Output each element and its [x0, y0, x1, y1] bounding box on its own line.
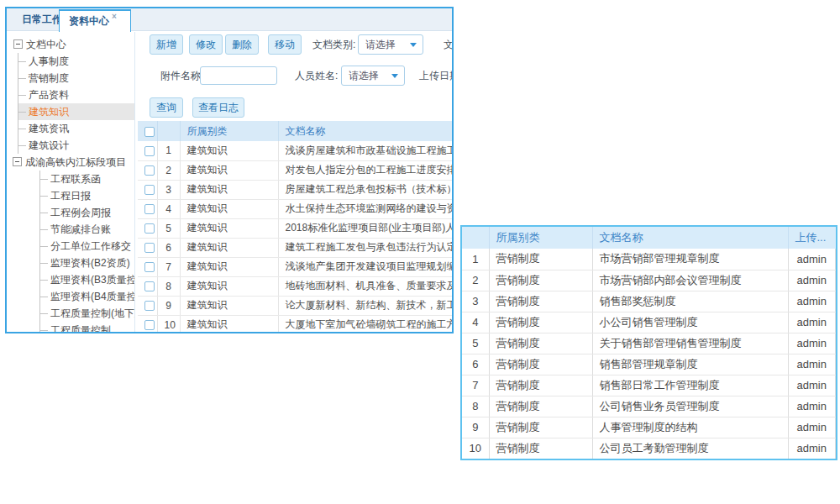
row-checkbox[interactable]: [144, 146, 155, 156]
row-index: 1: [157, 141, 180, 160]
column-header-name: 文档名称: [278, 121, 454, 141]
tree-node[interactable]: 产品资料: [18, 87, 134, 103]
document-row[interactable]: 10 建筑知识 大厦地下室加气砼墙砌筑工程的施工方...: [138, 315, 454, 333]
row-index: 8: [157, 276, 180, 296]
tree-node[interactable]: 监理资料(B3质量控制): [40, 271, 134, 288]
attachment-name-input[interactable]: [200, 66, 277, 85]
add-button[interactable]: 新增: [150, 34, 183, 55]
delete-button[interactable]: 删除: [225, 34, 259, 55]
row-checkbox[interactable]: [144, 281, 155, 291]
row-index: 5: [462, 333, 489, 354]
row-category: 建筑知识: [180, 141, 278, 160]
document-row[interactable]: 7 营销制度 销售部日常工作管理制度 admin: [462, 375, 836, 396]
row-checkbox[interactable]: [144, 301, 155, 311]
doc-type-label: 文档类别:: [312, 34, 355, 55]
column-header-index: [157, 121, 180, 141]
row-category: 营销制度: [489, 291, 592, 312]
tab-bar: 日常工作 资料中心×: [7, 8, 452, 31]
document-row[interactable]: 9 建筑知识 论大厦新材料、新结构、新技术，新工...: [138, 296, 454, 315]
column-header-uploader: 上传...: [788, 227, 836, 249]
document-row[interactable]: 10 营销制度 公司员工考勤管理制度 admin: [462, 438, 836, 459]
tree-node[interactable]: 人事制度: [18, 53, 134, 70]
select-all-checkbox[interactable]: [144, 127, 155, 137]
row-category: 建筑知识: [180, 180, 278, 199]
tree-node-label: 监理资料(B2资质): [50, 257, 130, 269]
person-name-label: 人员姓名:: [295, 66, 338, 86]
tree-node-label: 工程质量控制: [50, 324, 111, 332]
row-index: 2: [462, 270, 489, 291]
row-checkbox[interactable]: [144, 243, 155, 253]
row-index: 6: [462, 354, 489, 375]
row-index: 4: [157, 199, 180, 218]
doc-type-select[interactable]: 请选择: [358, 34, 423, 55]
documents-table: 所属别类 文档名称 1 建筑知识 浅谈房屋建筑和市政基础设施工程施工...: [138, 121, 454, 333]
document-row[interactable]: 2 建筑知识 对发包人指定分包的工程施工进度安排...: [138, 160, 454, 180]
row-category: 营销制度: [489, 312, 592, 333]
row-uploader: admin: [788, 270, 836, 291]
tree-node[interactable]: 工程日报: [40, 187, 134, 204]
tree-node[interactable]: 工程质量控制: [40, 322, 134, 332]
tree-node[interactable]: 监理资料(B4质量控制): [40, 288, 134, 305]
tree-node-label: 建筑知识: [29, 106, 69, 118]
collapse-icon[interactable]: [13, 39, 23, 49]
doc-name-label: 文档名称:: [444, 34, 454, 55]
document-row[interactable]: 9 营销制度 人事管理制度的结构 admin: [462, 417, 836, 438]
row-checkbox[interactable]: [144, 223, 155, 234]
row-checkbox[interactable]: [144, 204, 155, 214]
row-uploader: admin: [788, 417, 836, 438]
tree-node[interactable]: 工程例会周报: [40, 204, 134, 221]
tree-node-label: 工程日报: [50, 190, 91, 202]
document-row[interactable]: 8 营销制度 公司销售业务员管理制度 admin: [462, 396, 836, 417]
row-checkbox[interactable]: [144, 262, 155, 272]
row-checkbox[interactable]: [144, 165, 155, 176]
column-header-index: [462, 227, 489, 249]
document-row[interactable]: 1 营销制度 市场营销部管理规章制度 admin: [462, 249, 836, 270]
row-document-name: 大厦地下室加气砼墙砌筑工程的施工方...: [278, 315, 454, 333]
row-category: 营销制度: [489, 333, 592, 354]
query-button[interactable]: 查询: [150, 97, 183, 118]
edit-button[interactable]: 修改: [189, 34, 223, 55]
document-row[interactable]: 8 建筑知识 地砖地面材料、机具准备、质量要求及...: [138, 276, 454, 296]
tab-data-center[interactable]: 资料中心×: [59, 9, 131, 32]
tree-node[interactable]: 节能减排台账: [40, 221, 134, 238]
document-row[interactable]: 3 营销制度 销售部奖惩制度 admin: [462, 291, 836, 312]
document-row[interactable]: 6 建筑知识 建筑工程施工发包与承包违法行为认定...: [138, 238, 454, 257]
document-row[interactable]: 3 建筑知识 房屋建筑工程总承包投标书（技术标）...: [138, 180, 454, 199]
person-select[interactable]: 请选择: [341, 66, 405, 86]
tree-node[interactable]: 工程联系函: [40, 171, 134, 187]
document-row[interactable]: 1 建筑知识 浅谈房屋建筑和市政基础设施工程施工...: [138, 141, 454, 160]
row-document-name: 浅谈房屋建筑和市政基础设施工程施工...: [278, 141, 454, 160]
tree-node[interactable]: 分工单位工作移交: [40, 238, 134, 255]
tree-level-1: 人事制度 营销制度 产品资料 建筑知识 建筑资讯 建筑设计: [18, 53, 134, 154]
collapse-icon[interactable]: [13, 157, 22, 166]
row-index: 2: [157, 160, 180, 180]
document-row[interactable]: 4 建筑知识 水土保持生态环境监测网络的建设与资...: [138, 199, 454, 218]
tree-node[interactable]: 监理资料(B2资质): [40, 255, 134, 271]
move-button[interactable]: 移动: [268, 34, 302, 55]
row-category: 建筑知识: [180, 160, 278, 180]
tree-node[interactable]: 建筑知识: [18, 103, 134, 120]
tree-node-project[interactable]: 成渝高铁内江标段项目: [13, 154, 134, 171]
row-checkbox[interactable]: [144, 320, 155, 330]
close-icon[interactable]: ×: [112, 12, 117, 21]
row-index: 3: [462, 291, 489, 312]
row-category: 建筑知识: [180, 199, 278, 218]
tree-node-root[interactable]: 文档中心: [7, 36, 134, 53]
table-header-row: 所属别类 文档名称: [138, 121, 454, 141]
document-row[interactable]: 5 建筑知识 2018标准化监理项目部(业主项目部)人员...: [138, 218, 454, 238]
document-row[interactable]: 7 建筑知识 浅谈地产集团开发建设项目监理规划编...: [138, 257, 454, 276]
document-row[interactable]: 4 营销制度 小公司销售管理制度 admin: [462, 312, 836, 333]
document-row[interactable]: 2 营销制度 市场营销部内部会议管理制度 admin: [462, 270, 836, 291]
tree-node[interactable]: 建筑设计: [18, 137, 134, 154]
column-header-name: 文档名称: [592, 227, 788, 249]
tree-node-label: 建筑设计: [29, 139, 69, 151]
tree-node[interactable]: 工程质量控制(地下室): [40, 305, 134, 322]
row-document-name: 销售部管理规章制度: [592, 354, 788, 375]
row-category: 营销制度: [489, 438, 592, 459]
row-checkbox[interactable]: [144, 185, 155, 195]
document-row[interactable]: 6 营销制度 销售部管理规章制度 admin: [462, 354, 836, 375]
view-log-button[interactable]: 查看日志: [192, 97, 244, 118]
tree-node[interactable]: 营销制度: [18, 70, 134, 87]
document-row[interactable]: 5 营销制度 关于销售部管理销售管理制度 admin: [462, 333, 836, 354]
tree-node[interactable]: 建筑资讯: [18, 120, 134, 137]
